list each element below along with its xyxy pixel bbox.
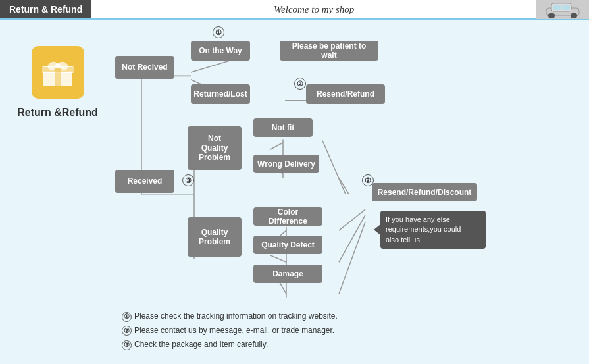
node-returned-lost: Returned/Lost — [191, 84, 250, 104]
node-quality-defect: Quality Defect — [253, 236, 322, 254]
note-line-1: ① Please check the tracking information … — [122, 309, 338, 324]
note-text-3: Check the package and Item carefully. — [134, 338, 268, 352]
node-color-difference: Color Difference — [253, 207, 322, 226]
main-content: Return &Refund — [0, 20, 589, 364]
svg-rect-5 — [562, 5, 570, 10]
svg-point-12 — [55, 63, 61, 68]
svg-line-27 — [322, 141, 346, 194]
node-not-received: Not Recived — [115, 56, 174, 79]
circle-num-2-bottom: ② — [362, 174, 374, 186]
node-not-quality-problem: Not Quality Problem — [188, 126, 242, 170]
gift-icon-box — [32, 46, 84, 99]
node-please-patient: Please be patient to wait — [280, 41, 378, 61]
svg-line-30 — [270, 255, 286, 263]
gift-icon — [40, 55, 76, 90]
circle-num-3: ③ — [182, 174, 194, 186]
svg-rect-4 — [553, 5, 561, 10]
note-text-2: Please contact us by meesage, e-mail, or… — [134, 324, 334, 338]
svg-line-28 — [339, 178, 349, 194]
node-quality-problem: Quality Problem — [188, 217, 242, 257]
note-line-2: ② Please contact us by meesage, e-mail, … — [122, 324, 338, 338]
circle-num-2-top: ② — [294, 78, 306, 90]
header-car-image — [536, 0, 589, 19]
svg-line-24 — [270, 143, 283, 150]
note-circle-3: ③ — [122, 340, 132, 350]
header-title: Return & Refund — [0, 0, 91, 18]
svg-line-35 — [339, 222, 365, 294]
dark-note-box: If you have any else requirements,you co… — [380, 211, 486, 249]
node-not-fit: Not fit — [253, 118, 313, 137]
note-circle-2: ② — [122, 326, 132, 336]
node-wrong-delivery: Wrong Delivery — [253, 155, 319, 173]
header-welcome: Welcome to my shop — [91, 4, 536, 15]
node-damage: Damage — [253, 265, 322, 283]
diagram-area: Not Recived On the Way Returned/Lost Ple… — [115, 20, 589, 364]
node-resend-refund-discount: Resend/Refund/Discount — [372, 183, 477, 201]
node-received: Received — [115, 170, 174, 193]
footer-notes: ① Please check the tracking information … — [122, 309, 338, 352]
svg-line-34 — [339, 215, 365, 263]
note-text-1: Please check the tracking information on… — [134, 309, 338, 324]
left-panel: Return &Refund — [0, 20, 115, 364]
note-line-3: ③ Check the package and Item carefully. — [122, 338, 338, 352]
svg-line-33 — [339, 209, 365, 230]
header: Return & Refund Welcome to my shop — [0, 0, 589, 20]
header-title-text: Return & Refund — [9, 4, 82, 14]
note-circle-1: ① — [122, 312, 132, 322]
node-resend-refund-top: Resend/Refund — [306, 84, 385, 104]
node-on-the-way: On the Way — [191, 41, 250, 61]
left-label: Return &Refund — [17, 107, 98, 118]
circle-num-1-top: ① — [213, 26, 224, 38]
